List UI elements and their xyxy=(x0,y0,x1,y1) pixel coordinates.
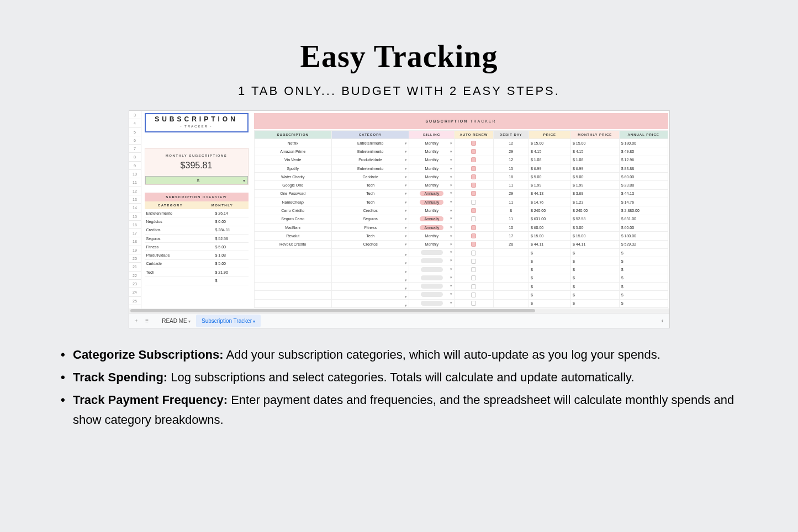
column-header[interactable]: PRICE xyxy=(529,131,570,139)
cell-price[interactable]: $ 15.00 xyxy=(529,139,570,147)
cell-billing[interactable]: Monthly xyxy=(409,147,455,156)
cell-price[interactable]: $ 15.00 xyxy=(529,232,570,240)
checkbox-icon[interactable] xyxy=(471,191,476,196)
table-row[interactable]: NetflixEntretenimentoMonthly12$ 15.00$ 1… xyxy=(254,139,668,147)
all-sheets-button[interactable]: ≡ xyxy=(145,318,149,324)
cell-autorenew[interactable] xyxy=(455,240,493,248)
cell-debitday[interactable]: 15 xyxy=(493,164,529,172)
table-row[interactable]: SpotifyEntretenimentoMonthly15$ 6.99$ 6.… xyxy=(254,164,668,172)
cell-price[interactable]: $ 6.99 xyxy=(529,164,570,172)
tab-readme[interactable]: READ ME xyxy=(156,315,196,327)
table-row[interactable]: $$$ xyxy=(254,299,668,307)
cell-price[interactable]: $ xyxy=(529,248,570,257)
table-row[interactable]: One PasswordTechAnnually29$ 44.13$ 3.68$… xyxy=(254,189,668,198)
cell-billing[interactable]: Monthly xyxy=(409,240,455,248)
monthly-dropdown[interactable]: $ xyxy=(145,176,248,184)
cell-price[interactable]: $ 240.00 xyxy=(529,206,570,215)
column-header[interactable]: ANNUAL PRICE xyxy=(619,131,668,139)
cell-annual[interactable]: $ 83.88 xyxy=(619,164,668,172)
cell-annual[interactable]: $ 180.00 xyxy=(619,139,668,147)
column-header[interactable]: BILLING xyxy=(409,131,455,139)
cell-price[interactable]: $ xyxy=(529,257,570,265)
cell-category[interactable] xyxy=(331,283,409,291)
row-number[interactable]: 10 xyxy=(129,170,141,178)
table-row[interactable]: NameCheapTechAnnually11$ 14.76$ 1.23$ 14… xyxy=(254,198,668,206)
cell-category[interactable] xyxy=(331,265,409,274)
cell-monthly[interactable]: $ xyxy=(570,257,619,265)
cell-debitday[interactable]: 11 xyxy=(493,215,529,223)
row-number[interactable]: 17 xyxy=(129,229,141,237)
overview-row[interactable]: Fitness$ 5.00 xyxy=(145,243,249,251)
cell-billing[interactable] xyxy=(409,265,455,274)
checkbox-icon[interactable] xyxy=(471,208,476,213)
row-number[interactable]: 13 xyxy=(129,195,141,204)
row-number[interactable]: 19 xyxy=(129,246,141,254)
cell-debitday[interactable]: 8 xyxy=(493,206,529,215)
table-row[interactable]: $$$ xyxy=(254,274,668,282)
cell-category[interactable] xyxy=(331,299,409,307)
cell-annual[interactable]: $ xyxy=(619,283,668,291)
cell-category[interactable] xyxy=(331,291,409,299)
cell-monthly[interactable]: $ 1.99 xyxy=(570,181,619,189)
tab-nav-left-icon[interactable]: ‹ xyxy=(662,317,664,324)
table-row[interactable]: Carro CréditoCreditosMonthly8$ 240.00$ 2… xyxy=(254,206,668,215)
table-row[interactable]: $$$ xyxy=(254,248,668,257)
cell-billing[interactable] xyxy=(409,248,455,257)
cell-annual[interactable]: $ 12.96 xyxy=(619,156,668,164)
cell-annual[interactable]: $ 44.13 xyxy=(619,189,668,198)
cell-price[interactable]: $ 5.00 xyxy=(529,173,570,181)
table-row[interactable]: Amazon PrimeEntretenimentoMonthly29$ 4.1… xyxy=(254,147,668,156)
cell-autorenew[interactable] xyxy=(455,189,493,198)
cell-price[interactable]: $ 44.11 xyxy=(529,240,570,248)
checkbox-icon[interactable] xyxy=(471,242,476,247)
cell-billing[interactable]: Monthly xyxy=(409,181,455,189)
overview-row[interactable]: Creditos$ 284.11 xyxy=(145,226,249,235)
cell-annual[interactable]: $ 14.76 xyxy=(619,198,668,206)
tab-subscription-tracker[interactable]: Subscription Tracker xyxy=(196,315,261,327)
column-header[interactable]: AUTO RENEW xyxy=(455,131,493,139)
horizontal-scrollbar[interactable] xyxy=(129,308,669,313)
row-number[interactable]: 23 xyxy=(129,280,141,288)
column-header[interactable]: SUBSCRIPTION xyxy=(254,131,331,139)
checkbox-icon[interactable] xyxy=(471,216,476,221)
cell-annual[interactable]: $ 631.00 xyxy=(619,215,668,223)
cell-monthly[interactable]: $ 5.00 xyxy=(570,223,619,231)
table-row[interactable]: Revolut CréditoCreditosMonthly28$ 44.11$… xyxy=(254,240,668,248)
row-number[interactable]: 4 xyxy=(129,119,141,127)
cell-billing[interactable] xyxy=(409,257,455,265)
cell-monthly[interactable]: $ 5.00 xyxy=(570,173,619,181)
cell-billing[interactable] xyxy=(409,291,455,299)
cell-autorenew[interactable] xyxy=(455,274,493,282)
row-number[interactable]: 18 xyxy=(129,237,141,246)
cell-autorenew[interactable] xyxy=(455,198,493,206)
row-number[interactable]: 16 xyxy=(129,221,141,229)
overview-row[interactable]: Tech$ 21.90 xyxy=(145,268,249,276)
checkbox-icon[interactable] xyxy=(471,267,476,272)
cell-monthly[interactable]: $ 1.08 xyxy=(570,156,619,164)
table-row[interactable]: MadBarzFitnessAnnually10$ 60.00$ 5.00$ 6… xyxy=(254,223,668,231)
cell-category[interactable] xyxy=(331,248,409,257)
overview-row[interactable]: Produtividade$ 1.08 xyxy=(145,251,249,259)
table-row[interactable]: $$$ xyxy=(254,283,668,291)
checkbox-icon[interactable] xyxy=(471,259,476,264)
row-number[interactable]: 7 xyxy=(129,145,141,153)
cell-billing[interactable]: Annually xyxy=(409,198,455,206)
cell-category[interactable]: Fitness xyxy=(331,223,409,231)
cell-subscription[interactable]: Netflix xyxy=(254,139,331,147)
column-header[interactable]: CATEGORY xyxy=(331,131,409,139)
cell-autorenew[interactable] xyxy=(455,164,493,172)
checkbox-icon[interactable] xyxy=(471,174,476,179)
cell-category[interactable]: Tech xyxy=(331,181,409,189)
cell-monthly[interactable]: $ xyxy=(570,283,619,291)
checkbox-icon[interactable] xyxy=(471,183,476,188)
cell-annual[interactable]: $ 49.80 xyxy=(619,147,668,156)
cell-subscription[interactable]: Revolut xyxy=(254,232,331,240)
row-number[interactable]: 14 xyxy=(129,204,141,212)
cell-annual[interactable]: $ xyxy=(619,257,668,265)
checkbox-icon[interactable] xyxy=(471,141,476,146)
cell-billing[interactable] xyxy=(409,299,455,307)
cell-category[interactable]: Tech xyxy=(331,198,409,206)
cell-category[interactable]: Tech xyxy=(331,232,409,240)
cell-price[interactable]: $ xyxy=(529,299,570,307)
row-number[interactable]: 21 xyxy=(129,263,141,271)
